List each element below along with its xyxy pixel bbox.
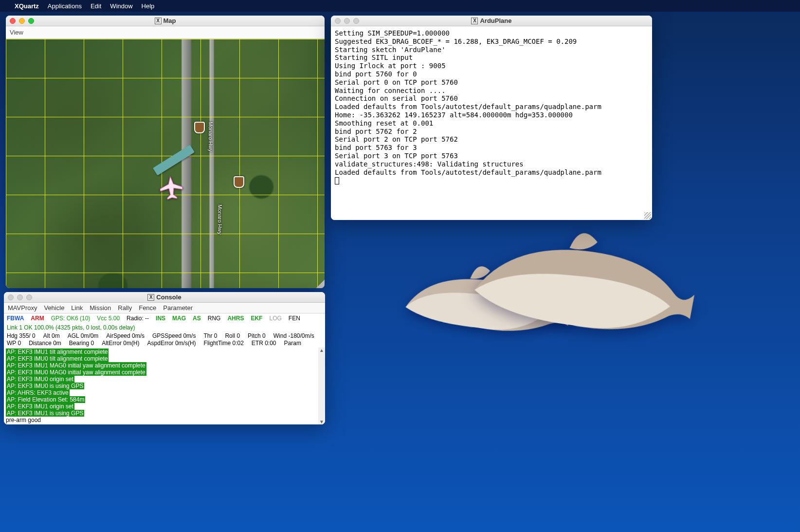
- arduplane-window[interactable]: XArduPlane Setting SIM_SPEEDUP=1.000000 …: [331, 16, 652, 220]
- status-ekf: EKF: [251, 315, 262, 322]
- term-line: Starting sketch 'ArduPlane': [335, 46, 446, 54]
- tele-value: WP 0: [7, 340, 21, 347]
- status-gps: GPS: OK6 (10): [51, 315, 91, 322]
- status-ahrs: AHRS: [227, 315, 244, 322]
- close-icon[interactable]: [10, 18, 16, 24]
- route-shield-icon: [234, 176, 244, 188]
- cursor-icon: [335, 177, 339, 184]
- console-titlebar[interactable]: XConsole: [4, 292, 325, 303]
- console-menu-item[interactable]: MAVProxy: [8, 304, 37, 312]
- link-status: Link 1 OK 100.0% (4325 pkts, 0 lost, 0.0…: [4, 323, 325, 332]
- status-vcc: Vcc 5.00: [97, 315, 120, 322]
- tele-value: AGL 0m/0m: [68, 332, 99, 340]
- arduplane-titlebar[interactable]: XArduPlane: [331, 16, 652, 26]
- console-menu-item[interactable]: Vehicle: [44, 304, 64, 312]
- log-line: AP: EKF3 IMU0 tilt alignment complete: [6, 355, 109, 362]
- console-menu-item[interactable]: Rally: [118, 304, 132, 312]
- minimize-icon[interactable]: [17, 294, 23, 300]
- tele-value: Wind -180/0m/s: [273, 332, 314, 340]
- map-view-menu[interactable]: View: [10, 29, 23, 36]
- log-line: AP: AHRS: EKF3 active: [6, 389, 70, 396]
- console-log[interactable]: AP: EKF3 IMU1 tilt alignment completeAP:…: [4, 348, 325, 424]
- status-rng: RNG: [208, 315, 221, 322]
- console-menu-item[interactable]: Link: [71, 304, 83, 312]
- x11-icon: X: [471, 18, 478, 24]
- telemetry-panel: Hdg 355/ 0 Alt 0m AGL 0m/0m AirSpeed 0m/…: [4, 332, 325, 348]
- term-line: bind port 5763 for 3: [335, 144, 417, 151]
- status-mag: MAG: [172, 315, 186, 322]
- tele-value: Thr 0: [203, 332, 217, 340]
- log-line: AP: EKF3 IMU1 is using GPS: [6, 410, 84, 417]
- map-titlebar[interactable]: XMap: [6, 16, 325, 26]
- log-line: AP: EKF3 IMU1 origin set: [6, 403, 74, 410]
- tele-value: Bearing 0: [69, 340, 94, 347]
- maximize-icon[interactable]: [353, 18, 359, 24]
- log-line: pre-arm good: [6, 417, 41, 423]
- maximize-icon[interactable]: [28, 18, 34, 24]
- resize-handle-icon[interactable]: [316, 279, 325, 288]
- log-line: AP: EKF3 IMU0 origin set: [6, 376, 74, 383]
- menubar-item[interactable]: Window: [110, 2, 132, 10]
- console-menu-item[interactable]: Fence: [139, 304, 156, 312]
- term-line: Waiting for connection ....: [335, 87, 446, 94]
- term-line: bind port 5760 for 0: [335, 70, 417, 78]
- minimize-icon[interactable]: [344, 18, 350, 24]
- term-line: validate_structures:498: Validating stru…: [335, 160, 524, 168]
- menubar-app-name[interactable]: XQuartz: [15, 2, 39, 10]
- tele-value: Pitch 0: [248, 332, 266, 340]
- status-mode: FBWA: [7, 315, 24, 322]
- term-line: Smoothing reset at 0.001: [335, 119, 433, 127]
- term-line: Suggested EK3_DRAG_BCOEF_* = 16.288, EK3…: [335, 37, 577, 45]
- close-icon[interactable]: [335, 18, 341, 24]
- term-line: bind port 5762 for 2: [335, 128, 417, 135]
- status-ins: INS: [156, 315, 165, 322]
- link-status-text: Link 1 OK 100.0% (4325 pkts, 0 lost, 0.0…: [7, 324, 135, 331]
- menubar-item[interactable]: Applications: [48, 2, 82, 10]
- console-menu-item[interactable]: Mission: [90, 304, 111, 312]
- map-canvas[interactable]: Monaro Hwy Monaro Hwy: [6, 39, 325, 288]
- status-arm: ARM: [31, 315, 44, 322]
- close-icon[interactable]: [8, 294, 14, 300]
- map-window[interactable]: XMap View Monaro Hwy Monaro Hwy: [6, 16, 325, 288]
- tele-value: Hdg 355/ 0: [7, 332, 36, 340]
- scroll-up-icon[interactable]: ▲: [319, 348, 324, 353]
- map-window-title: Map: [164, 17, 176, 24]
- console-window[interactable]: XConsole MAVProxy Vehicle Link Mission R…: [4, 292, 325, 424]
- tele-value: GPSSpeed 0m/s: [152, 332, 196, 340]
- status-radio: Radio: --: [127, 315, 149, 322]
- tele-value: AltError 0m(H): [102, 340, 139, 347]
- status-as: AS: [193, 315, 201, 322]
- map-toolbar: View: [6, 26, 325, 39]
- console-menu-item[interactable]: Parameter: [163, 304, 193, 312]
- term-line: Loaded defaults from Tools/autotest/defa…: [335, 103, 601, 110]
- tele-value: FlightTime 0:02: [204, 340, 244, 347]
- maximize-icon[interactable]: [26, 294, 32, 300]
- status-fen: FEN: [289, 315, 300, 322]
- minimize-icon[interactable]: [19, 18, 25, 24]
- tele-value: ETR 0:00: [252, 340, 276, 347]
- terminal-output[interactable]: Setting SIM_SPEEDUP=1.000000 Suggested E…: [331, 26, 652, 220]
- term-line: Starting SITL input: [335, 54, 413, 61]
- term-line: Loaded defaults from Tools/autotest/defa…: [335, 168, 601, 176]
- road-label: Monaro Hwy: [217, 204, 223, 235]
- tele-value: Alt 0m: [43, 332, 60, 340]
- resize-handle-icon[interactable]: [644, 212, 651, 219]
- scrollbar[interactable]: ▲ ▼: [318, 348, 325, 424]
- log-line: AP: EKF3 IMU0 MAG0 initial yaw alignment…: [6, 369, 146, 376]
- term-line: Serial port 2 on TCP port 5762: [335, 135, 458, 143]
- menubar-item[interactable]: Edit: [91, 2, 101, 10]
- route-shield-icon: [194, 122, 205, 133]
- tele-value: AspdError 0m/s(H): [147, 340, 196, 347]
- term-line: Serial port 3 on TCP port 5763: [335, 152, 458, 160]
- road-label: Monaro Hwy: [208, 122, 214, 152]
- tele-value: Roll 0: [225, 332, 240, 340]
- menubar-item[interactable]: Help: [142, 2, 155, 10]
- log-line: AP: Field Elevation Set: 584m: [6, 396, 85, 403]
- aircraft-icon[interactable]: [158, 174, 185, 202]
- tele-value: AirSpeed 0m/s: [106, 332, 145, 340]
- term-line: Using Irlock at port : 9005: [335, 62, 446, 70]
- scroll-down-icon[interactable]: ▼: [319, 419, 324, 424]
- term-line: Setting SIM_SPEEDUP=1.000000: [335, 29, 450, 37]
- term-line: Connection on serial port 5760: [335, 94, 458, 102]
- log-line: AP: EKF3 IMU1 tilt alignment complete: [6, 349, 109, 355]
